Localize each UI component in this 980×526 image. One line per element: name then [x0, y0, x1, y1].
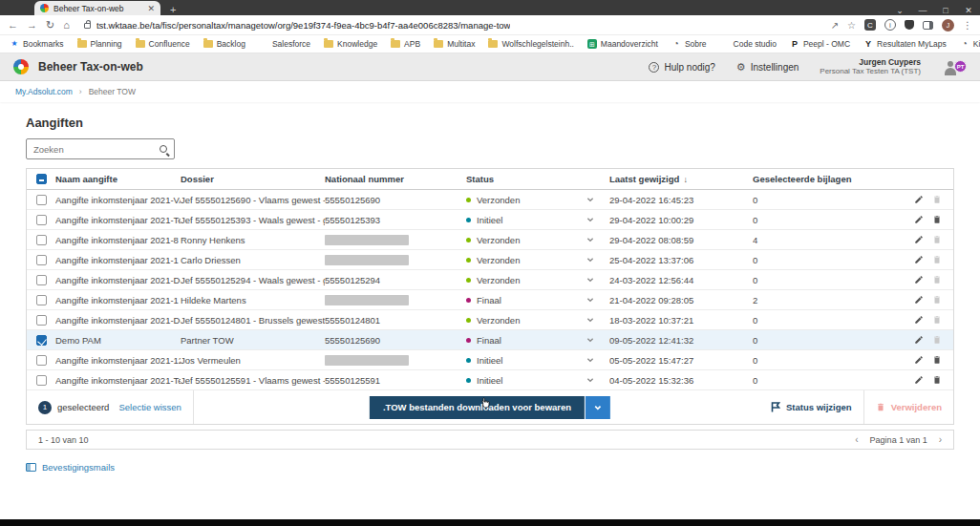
status-select[interactable]: Initieel	[466, 215, 609, 225]
row-checkbox[interactable]	[36, 195, 47, 205]
row-checkbox[interactable]	[36, 355, 47, 366]
delete-row-button[interactable]	[932, 195, 942, 204]
bookmark-item[interactable]: ◔ Kid's Trophy	[960, 39, 980, 49]
url-field[interactable]: tst.wktaae.be/ta/fisc/personaltax/manage…	[78, 20, 822, 31]
row-checkbox[interactable]	[36, 335, 47, 346]
home-icon[interactable]: ⌂	[63, 20, 70, 31]
window-maximize-icon[interactable]: □	[934, 6, 957, 15]
clear-selection-link[interactable]: Selectie wissen	[118, 402, 181, 412]
sidebar-icon[interactable]	[923, 21, 933, 30]
edit-button[interactable]	[914, 235, 924, 244]
bookmark-item[interactable]: Backlog	[203, 39, 245, 49]
edit-button[interactable]	[914, 215, 924, 224]
column-header-attachments[interactable]: Geselecteerde bijlagen	[753, 174, 894, 184]
search-icon[interactable]	[160, 145, 167, 153]
cell-attachments: 0	[753, 375, 894, 386]
confirmation-mails-link[interactable]: Bevestigingsmails	[26, 462, 115, 473]
browser-menu-icon[interactable]: ⋮	[963, 20, 972, 31]
bookmark-item[interactable]: Planning	[77, 39, 122, 49]
extension-info-icon[interactable]: i	[884, 19, 896, 31]
column-header-national-number[interactable]: Nationaal nummer	[325, 174, 466, 184]
row-checkbox[interactable]	[36, 315, 47, 326]
help-button[interactable]: ? Hulp nodig?	[649, 62, 714, 73]
column-header-status[interactable]: Status	[466, 174, 609, 184]
edit-button[interactable]	[914, 315, 924, 325]
status-select[interactable]: Finaal	[466, 295, 609, 305]
edit-button[interactable]	[914, 355, 924, 365]
settings-button[interactable]: ⚙ Instellingen	[736, 61, 799, 74]
status-select[interactable]: Verzonden	[466, 195, 609, 205]
edit-button[interactable]	[914, 195, 924, 204]
window-dropdown-icon[interactable]: ⌄	[888, 6, 911, 15]
reload-icon[interactable]: ↻	[46, 20, 54, 31]
row-checkbox[interactable]	[36, 215, 47, 225]
tab-close-icon[interactable]: ✕	[147, 4, 155, 13]
window-close-icon[interactable]: ✕	[957, 6, 980, 15]
sort-desc-icon[interactable]: ↓	[683, 175, 688, 184]
select-all-checkbox[interactable]	[36, 174, 47, 184]
bookmark-item[interactable]: Salesforce	[259, 39, 310, 49]
download-tow-button[interactable]: .TOW bestanden downloaden voor bewaren	[370, 396, 585, 419]
browser-tab[interactable]: Beheer Tax-on-web ✕	[34, 1, 160, 15]
page-previous-icon[interactable]: ‹	[855, 434, 858, 445]
page-next-icon[interactable]: ›	[939, 434, 942, 445]
breadcrumb-home-link[interactable]: My.Adsolut.com	[15, 87, 73, 96]
row-checkbox[interactable]	[36, 235, 47, 245]
new-tab-icon[interactable]: +	[170, 4, 176, 15]
delete-row-button[interactable]	[932, 255, 942, 264]
bookmark-item[interactable]: Knowledge	[324, 39, 377, 49]
column-header-name[interactable]: Naam aangifte	[55, 174, 181, 184]
bookmark-item[interactable]: Confluence	[136, 39, 190, 49]
row-checkbox[interactable]	[36, 295, 47, 305]
edit-button[interactable]	[914, 335, 924, 345]
bookmark-item[interactable]: ⊞ Maandoverzicht	[587, 39, 658, 49]
status-select[interactable]: Initieel	[466, 375, 609, 386]
bookmark-item[interactable]: ★ Bookmarks	[10, 39, 64, 49]
status-select[interactable]: Verzonden	[466, 315, 609, 326]
delete-row-button[interactable]	[932, 335, 942, 345]
bookmark-item[interactable]: P Peepl - OMC	[790, 39, 850, 49]
download-options-button[interactable]	[586, 396, 610, 419]
edit-button[interactable]	[914, 275, 924, 284]
delete-row-button[interactable]	[932, 235, 942, 244]
column-header-modified[interactable]: Laatst gewijzigd↓	[609, 174, 753, 184]
status-select[interactable]: Verzonden	[466, 275, 609, 285]
status-select[interactable]: Verzonden	[466, 235, 609, 245]
extension-c-icon[interactable]: C	[864, 19, 876, 31]
browser-profile-avatar[interactable]: J	[942, 19, 954, 32]
edit-button[interactable]	[914, 295, 924, 305]
row-checkbox[interactable]	[36, 255, 47, 265]
bookmark-item[interactable]: Y Resultaten MyLaps	[863, 39, 947, 49]
status-select[interactable]: Verzonden	[466, 255, 609, 265]
change-status-button[interactable]: Status wijzigen	[771, 402, 852, 412]
status-select[interactable]: Initieel	[466, 355, 609, 366]
row-checkbox[interactable]	[36, 275, 47, 285]
user-avatar[interactable]: PT	[942, 58, 967, 75]
edit-button[interactable]	[914, 375, 924, 385]
delete-button[interactable]: Verwijderen	[876, 402, 942, 412]
delete-row-button[interactable]	[932, 315, 942, 325]
forward-icon[interactable]: →	[27, 20, 37, 31]
row-checkbox[interactable]	[36, 375, 47, 386]
search-box[interactable]	[26, 138, 175, 159]
delete-row-button[interactable]	[932, 375, 942, 385]
delete-row-button[interactable]	[932, 355, 942, 365]
bookmark-item[interactable]: Code studio	[720, 39, 777, 49]
window-minimize-icon[interactable]: —	[911, 6, 934, 15]
delete-row-button[interactable]	[932, 215, 942, 224]
extensions-pin-icon[interactable]	[905, 20, 914, 30]
status-select[interactable]: Finaal	[466, 335, 609, 346]
bookmark-star-icon[interactable]: ☆	[847, 20, 856, 31]
bookmark-label: Code studio	[734, 39, 777, 49]
search-input[interactable]	[33, 144, 160, 155]
bookmark-item[interactable]: ◔ Sobre	[671, 39, 707, 49]
edit-button[interactable]	[914, 255, 924, 264]
delete-row-button[interactable]	[932, 275, 942, 284]
bookmark-item[interactable]: APB	[391, 39, 420, 49]
back-icon[interactable]: ←	[8, 20, 18, 31]
column-header-dossier[interactable]: Dossier	[181, 174, 325, 184]
delete-row-button[interactable]	[932, 295, 942, 305]
share-icon[interactable]: ↗	[831, 20, 839, 31]
bookmark-item[interactable]: Multitax	[434, 39, 475, 49]
bookmark-item[interactable]: Wolfschlegelsteinh..	[488, 39, 573, 49]
